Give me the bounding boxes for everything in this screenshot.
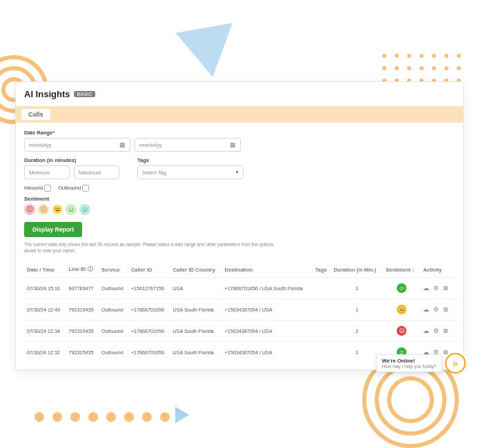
col-lineid[interactable]: Line ID ⓘ — [66, 262, 99, 278]
sample-note: The current data only shows the last 50 … — [24, 241, 286, 254]
info-icon[interactable]: ⓘ — [88, 266, 93, 272]
col-datetime[interactable]: Date / Time — [24, 262, 66, 278]
cell-service: Outbound — [99, 342, 128, 363]
cell-lineid: 607783477 — [66, 278, 99, 299]
duration-max-input[interactable]: Maximum — [74, 165, 119, 179]
cell-country: USA — [170, 278, 222, 299]
col-sentiment[interactable]: Sentiment ↕ — [383, 262, 420, 278]
col-tags[interactable]: Tags — [313, 262, 331, 278]
cell-tags — [313, 320, 331, 342]
cell-callerid: +15612767156 — [128, 278, 170, 299]
download-icon[interactable]: ☁ — [423, 327, 429, 334]
cell-service: Outbound — [99, 320, 128, 342]
sentiment-positive[interactable]: ☺ — [66, 204, 77, 215]
page-title: AI Insights — [24, 89, 70, 99]
col-callerid[interactable]: Caller ID — [128, 262, 170, 278]
cell-callerid: +17868701656 — [128, 342, 170, 363]
chat-launcher-icon[interactable]: » — [445, 353, 466, 374]
tags-label: Tags — [137, 157, 244, 163]
col-country[interactable]: Caller ID Country — [170, 262, 222, 278]
chat-bubble[interactable]: We're Online! How may I help you today? — [376, 354, 442, 372]
cell-lineid: 792315435 — [66, 320, 99, 342]
cell-country: USA South Florida — [170, 320, 222, 342]
cell-datetime: 07/30/24 15:16 — [24, 278, 66, 299]
cell-tags — [313, 299, 331, 320]
tab-calls[interactable]: Calls — [21, 109, 50, 120]
cell-destination: +15034387054 / USA — [222, 342, 313, 363]
cell-sentiment: ☹ — [383, 320, 420, 342]
download-icon[interactable]: ☁ — [423, 285, 429, 292]
date-range-label: Date Range* — [24, 130, 241, 136]
table-row: 07/30/24 12:34792315435Outbound+17868701… — [24, 320, 455, 342]
cell-duration: 1 — [331, 299, 383, 320]
settings-icon[interactable]: ⚙ — [433, 306, 439, 313]
sentiment-very-positive[interactable]: ☺ — [79, 204, 90, 215]
duration-min-input[interactable]: Minimum — [24, 165, 70, 179]
col-duration[interactable]: Duration (in Min.) — [331, 262, 383, 278]
tab-bar: Calls — [16, 106, 463, 123]
direction-filter: Inbound Outbound — [24, 185, 455, 192]
inbound-checkbox[interactable] — [44, 185, 51, 192]
sentiment-face-icon: 😐 — [397, 305, 406, 314]
sort-icon[interactable]: ↕ — [412, 267, 415, 273]
decor-dots-bottom — [34, 412, 170, 422]
display-report-button[interactable]: Display Report — [24, 222, 82, 237]
ai-insights-panel: AI Insights BASIC Calls Date Range* mm/d… — [15, 81, 464, 370]
cell-sentiment: 😐 — [383, 299, 420, 320]
cell-duration: 1 — [331, 278, 383, 299]
cell-callerid: +17868701656 — [128, 320, 170, 342]
cell-service: Outbound — [99, 299, 128, 320]
col-destination[interactable]: Destination — [222, 262, 313, 278]
sentiment-face-icon: ☺ — [397, 283, 406, 293]
document-icon[interactable]: 🗎 — [443, 285, 449, 292]
col-activity: Activity — [420, 262, 455, 278]
cell-destination: +15034387054 / USA — [222, 320, 313, 342]
cell-datetime: 07/30/24 12:34 — [24, 320, 66, 342]
cell-datetime: 07/30/24 12:32 — [24, 342, 66, 363]
cell-country: USA South Florida — [170, 299, 222, 320]
settings-icon[interactable]: ⚙ — [433, 285, 439, 292]
chat-widget[interactable]: We're Online! How may I help you today? … — [376, 353, 466, 374]
cell-lineid: 792315435 — [66, 299, 99, 320]
chat-subtitle: How may I help you today? — [382, 364, 436, 369]
outbound-checkbox[interactable] — [82, 185, 89, 192]
date-to-input[interactable]: mm/dd/yy ▦ — [135, 138, 241, 152]
sentiment-label: Sentiment — [24, 196, 455, 202]
sentiment-filter: ☹ ☹ 😐 ☺ ☺ — [24, 204, 455, 215]
chat-title: We're Online! — [382, 358, 436, 364]
cell-sentiment: ☺ — [383, 278, 420, 299]
cell-lineid: 792315435 — [66, 342, 99, 363]
calls-table: Date / Time Line ID ⓘ Service Caller ID … — [24, 262, 455, 363]
date-to-placeholder: mm/dd/yy — [139, 142, 162, 148]
decor-triangle-blue — [175, 23, 241, 81]
date-from-input[interactable]: mm/dd/yy ▦ — [24, 138, 130, 152]
cell-callerid: +17868701656 — [128, 299, 170, 320]
table-row: 07/30/24 15:16607783477Outbound+15612767… — [24, 278, 455, 299]
sentiment-neutral[interactable]: 😐 — [52, 204, 63, 215]
date-from-placeholder: mm/dd/yy — [29, 142, 52, 148]
sentiment-negative[interactable]: ☹ — [38, 204, 49, 215]
calendar-icon: ▦ — [230, 141, 236, 148]
cell-duration: 2 — [331, 320, 383, 342]
settings-icon[interactable]: ⚙ — [433, 327, 439, 334]
cell-datetime: 07/30/24 12:49 — [24, 299, 66, 320]
download-icon[interactable]: ☁ — [423, 306, 429, 313]
table-row: 07/30/24 12:49792315435Outbound+17868701… — [24, 299, 455, 320]
cell-country: USA South Florida — [170, 342, 222, 363]
tags-select[interactable]: Select Tag ▾ — [137, 165, 244, 179]
inbound-label: Inbound — [24, 185, 43, 191]
cell-activity: ☁⚙🗎 — [420, 278, 455, 299]
cell-activity: ☁⚙🗎 — [420, 320, 455, 342]
cell-service: Outbound — [99, 278, 128, 299]
panel-header: AI Insights BASIC — [16, 82, 463, 106]
cell-destination: +15034387054 / USA — [222, 299, 313, 320]
sentiment-face-icon: ☹ — [397, 326, 406, 336]
document-icon[interactable]: 🗎 — [443, 306, 449, 313]
calendar-icon: ▦ — [119, 141, 126, 148]
cell-tags — [313, 278, 331, 299]
col-service[interactable]: Service — [99, 262, 128, 278]
cell-activity: ☁⚙🗎 — [420, 299, 455, 320]
document-icon[interactable]: 🗎 — [443, 327, 449, 334]
sentiment-very-negative[interactable]: ☹ — [24, 204, 35, 215]
decor-triangle-small — [175, 407, 189, 423]
